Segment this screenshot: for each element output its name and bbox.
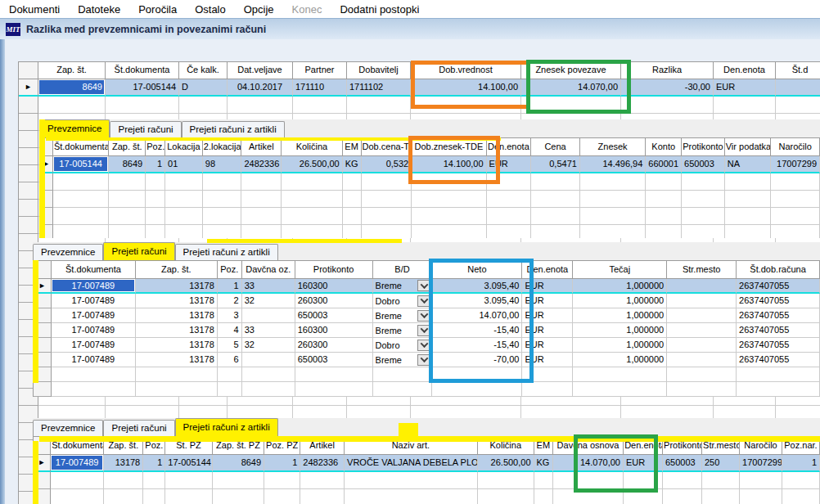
column-header[interactable]: Artikel [241,138,282,156]
table-cell[interactable]: 660001 [646,156,682,173]
table-cell[interactable]: 32 [242,294,295,308]
table-cell[interactable]: 650003 [663,455,702,472]
tab-prejeti-racuni[interactable]: Prejeti računi [110,121,181,137]
table-cell[interactable]: 1711102 [347,79,411,97]
bd-dropdown[interactable] [417,325,430,336]
table-cell[interactable]: 2637407055 [737,279,820,294]
column-header[interactable]: Tečaj [573,261,667,279]
table-cell[interactable]: KG [534,455,553,472]
column-header[interactable]: EM [534,437,553,455]
table-cell[interactable]: 17007299 [740,455,782,472]
column-header[interactable]: EM [343,138,362,156]
row-selector[interactable] [34,308,52,323]
column-header[interactable]: Zap. št. [109,138,146,156]
table-cell[interactable]: 8649 [109,156,146,173]
table-cell[interactable]: 650003 [295,353,373,367]
table-cell[interactable]: 1 [143,455,165,472]
table-cell[interactable]: EUR [522,308,573,323]
column-header[interactable]: Dob.znesek-TDE [412,138,486,156]
table-cell[interactable]: 160300 [295,279,373,294]
table-cell[interactable]: 2482336 [241,156,282,173]
column-header[interactable]: Protikonto [663,437,702,455]
table-cell[interactable]: 17007299 [771,156,820,173]
table-cell[interactable]: 17-005144 [106,79,179,97]
table-cell[interactable]: 6 [218,353,242,367]
table-cell[interactable]: EUR [522,323,573,338]
table-cell[interactable]: 260300 [295,294,373,308]
table-cell[interactable]: 14.100,00 [411,79,521,97]
row-selector[interactable]: ► [40,156,53,173]
table-cell[interactable]: 98 [203,156,242,173]
table-cell[interactable]: EUR [522,294,573,308]
bd-dropdown[interactable] [417,295,430,307]
column-header[interactable]: Vir podatka [725,138,772,156]
table-cell[interactable]: 3 [218,308,242,323]
bd-dropdown[interactable] [417,280,430,291]
table-cell[interactable]: 2482336 [300,455,345,472]
table-cell[interactable]: 1 [264,455,300,472]
table-cell[interactable] [667,279,737,294]
table-cell[interactable]: -70,00 [432,353,522,367]
column-header[interactable]: Dob.vrednost [411,62,521,79]
column-header[interactable]: Št.dokumenta [52,261,136,279]
column-header[interactable]: Razlika [621,62,714,79]
table-cell[interactable]: 32 [242,338,295,353]
table-cell[interactable]: -15,40 [432,338,522,353]
column-header[interactable]: Količina [282,138,343,156]
column-header[interactable]: Protikonto [295,261,373,279]
table-cell[interactable]: Breme [373,308,433,323]
table-cell[interactable] [667,294,737,308]
table-cell[interactable]: 13178 [136,323,218,338]
table-cell[interactable]: 14.070,00 [521,79,621,97]
menu-item-porocila[interactable]: Poročila [129,3,186,16]
row-selector[interactable] [34,353,52,367]
table-cell[interactable]: 14.100,00 [412,156,486,173]
table-cell[interactable]: 1,000000 [573,338,667,353]
table-cell[interactable]: D [179,79,228,97]
column-header[interactable]: Protikonto [682,138,725,156]
column-header[interactable]: Poz. PZ [264,437,300,455]
tab-prevzemnice[interactable]: Prevzemnice [39,119,110,137]
column-header[interactable]: Den.enota [624,437,663,455]
row-selector[interactable]: ► [34,279,52,294]
table-cell[interactable]: Breme [373,353,433,367]
table-cell[interactable]: Dobro [373,294,433,308]
column-header[interactable]: Količina [478,437,534,455]
tab-prejeti-racuni[interactable]: Prejeti računi [103,242,174,260]
table-cell[interactable]: 26.500,00 [478,455,534,472]
tab-prevzemnice[interactable]: Prevzemnice [33,244,103,260]
table-cell[interactable]: 2637407055 [737,353,820,367]
menu-item-opcije[interactable]: Opcije [235,3,283,16]
tab-prejeti-racuni-z-artikli[interactable]: Prejeti računi z artikli [175,418,278,436]
table-cell[interactable] [667,338,737,353]
column-header[interactable]: Zap. št. [136,261,218,279]
table-cell[interactable]: 17-007489 [52,323,136,338]
column-header[interactable]: Str.mesto [667,261,737,279]
table-cell[interactable]: 13178 [136,294,218,308]
table-cell[interactable]: Breme [373,279,433,294]
tab-prevzemnice[interactable]: Prevzemnice [33,420,103,436]
table-cell[interactable]: 17-007489 [52,279,136,294]
table-cell[interactable]: 0,532 [362,156,412,173]
row-selector[interactable]: ► [19,79,38,97]
menu-item-datoteke[interactable]: Datoteke [69,3,129,16]
column-header[interactable]: B/D [373,261,433,279]
table-cell[interactable]: 650003 [295,308,373,323]
table-cell[interactable]: 171110 [293,79,347,97]
table-cell[interactable] [667,323,737,338]
table-cell[interactable]: EUR [487,156,532,173]
table-cell[interactable]: 13178 [136,279,218,294]
table-cell[interactable]: 0,5471 [531,156,580,173]
column-header[interactable]: Naziv art. [345,437,478,455]
table-cell[interactable] [242,308,295,323]
row-selector[interactable]: ► [34,455,51,472]
table-cell[interactable]: 13178 [136,308,218,323]
row-selector[interactable] [34,338,52,353]
column-header[interactable]: Zap. št. [104,437,143,455]
table-cell[interactable]: EUR [522,338,573,353]
column-header[interactable]: Poz. [143,437,165,455]
column-header[interactable]: Zap. št. [38,62,106,79]
table-cell[interactable]: 17-005144 [53,156,110,173]
menu-item-dokumenti[interactable]: Dokumenti [0,3,69,16]
column-header[interactable]: Znesek povezave [521,62,621,79]
